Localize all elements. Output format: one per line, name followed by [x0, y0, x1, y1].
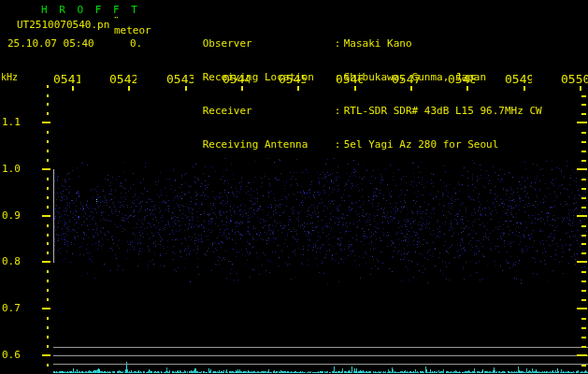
time-axis-label: 0544: [222, 74, 250, 85]
info-separator: :: [335, 106, 343, 117]
freq-minor-tick: [47, 280, 49, 282]
level-reference-line: [53, 355, 588, 356]
freq-minor-tick: [47, 85, 49, 88]
freq-minor-tick: [581, 346, 586, 348]
average-spectrum-line: [53, 169, 54, 263]
datetime-label: 25.10.07 05:40: [7, 38, 94, 50]
freq-minor-tick: [581, 104, 586, 106]
freq-major-tick: [577, 168, 587, 170]
info-row-antenna: Receiving Antenna:5el Yagi Az 280 for Se…: [165, 128, 542, 139]
info-separator: :: [335, 139, 343, 151]
time-tick: [580, 86, 581, 91]
station-label: meteor: [114, 25, 151, 36]
freq-minor-tick: [47, 150, 49, 152]
freq-axis-label: 1.0: [2, 164, 21, 174]
time-axis-label: 0548: [448, 74, 475, 85]
time-axis-label: 0543: [166, 74, 194, 85]
freq-minor-tick: [47, 326, 49, 329]
freq-minor-tick: [47, 159, 49, 162]
time-axis-label: 0547: [392, 74, 419, 85]
freq-minor-tick: [47, 206, 49, 209]
info-value: 5el Yagi Az 280 for Seoul: [344, 138, 499, 151]
freq-minor-tick: [581, 225, 586, 227]
time-axis-label: 0549: [505, 74, 532, 85]
level-reference-line: [53, 364, 588, 365]
freq-minor-tick: [581, 290, 586, 292]
freq-minor-tick: [581, 299, 586, 301]
freq-minor-tick: [47, 252, 49, 254]
freq-minor-tick: [47, 298, 49, 301]
freq-minor-tick: [47, 234, 49, 237]
info-label: Receiver: [203, 106, 335, 117]
freq-minor-tick: [47, 345, 49, 348]
freq-minor-tick: [581, 280, 586, 282]
freq-minor-tick: [47, 187, 49, 190]
freq-major-tick: [577, 261, 587, 263]
freq-minor-tick: [47, 140, 49, 143]
time-axis-label: 0542: [109, 74, 136, 85]
freq-minor-tick: [47, 94, 49, 97]
info-row-receiver: Receiver:RTL-SDR SDR# 43dB L15 96.7MHz C…: [165, 94, 542, 106]
freq-minor-tick: [47, 336, 49, 338]
freq-major-tick: [42, 261, 50, 263]
freq-minor-tick: [581, 151, 586, 152]
time-tick: [72, 86, 74, 91]
time-axis-label: 0545: [279, 74, 306, 85]
info-row-observer: Observer:Masaki Kano: [165, 27, 542, 38]
info-value: RTL-SDR SDR# 43dB L15 96.7MHz CW: [344, 105, 542, 117]
freq-minor-tick: [47, 242, 49, 245]
freq-minor-tick: [581, 327, 586, 329]
freq-minor-tick: [581, 95, 586, 97]
freq-major-tick: [42, 215, 50, 217]
time-axis-label: 0541: [53, 74, 80, 85]
freq-axis-label: 1.1: [2, 117, 21, 127]
freq-minor-tick: [581, 365, 586, 367]
freq-minor-tick: [581, 252, 586, 254]
time-axis-label: 0550: [561, 74, 588, 85]
freq-minor-tick: [581, 243, 586, 245]
filename-label: UT2510070540.pn: [17, 20, 109, 31]
freq-major-tick: [42, 122, 50, 123]
freq-minor-tick: [47, 270, 49, 273]
freq-major-tick: [42, 308, 50, 309]
info-label: Observer: [203, 38, 335, 50]
time-tick: [128, 86, 130, 91]
freq-minor-tick: [581, 337, 586, 338]
freq-minor-tick: [47, 178, 49, 180]
freq-minor-tick: [581, 141, 586, 143]
app-title: H R O F F T: [41, 5, 140, 16]
level-reference-line: [53, 347, 588, 348]
freq-minor-tick: [581, 132, 586, 134]
freq-minor-tick: [47, 317, 49, 320]
meteor-count: 0.: [130, 38, 142, 50]
info-value: Masaki Kano: [344, 37, 412, 50]
freq-major-tick: [577, 354, 587, 356]
hrofft-screen: H R O F F T UT2510070540.pn ¨ meteor 25.…: [0, 0, 588, 374]
freq-major-tick: [577, 122, 587, 123]
info-row-location: Receiving Location:Shibukawa, Gunma, Jap…: [165, 61, 542, 72]
freq-minor-tick: [581, 235, 586, 237]
freq-minor-tick: [47, 224, 49, 227]
freq-minor-tick: [581, 318, 586, 320]
freq-minor-tick: [47, 364, 49, 367]
freq-minor-tick: [581, 197, 586, 199]
freq-major-tick: [42, 354, 50, 356]
info-separator: :: [335, 38, 343, 50]
freq-major-tick: [577, 308, 587, 309]
freq-minor-tick: [581, 188, 586, 190]
freq-minor-tick: [581, 207, 586, 209]
time-axis-label: 0546: [336, 74, 363, 85]
freq-minor-tick: [47, 196, 49, 199]
freq-minor-tick: [581, 113, 586, 115]
freq-axis-label: 0.7: [2, 303, 21, 313]
freq-minor-tick: [581, 271, 586, 273]
freq-axis-unit: kHz: [1, 72, 18, 82]
freq-axis-label: 0.6: [2, 350, 21, 360]
freq-minor-tick: [47, 289, 49, 292]
freq-major-tick: [42, 168, 50, 170]
freq-major-tick: [577, 215, 587, 217]
freq-minor-tick: [581, 179, 586, 180]
freq-axis-label: 0.8: [2, 256, 21, 266]
freq-minor-tick: [47, 131, 49, 134]
freq-minor-tick: [47, 103, 49, 106]
